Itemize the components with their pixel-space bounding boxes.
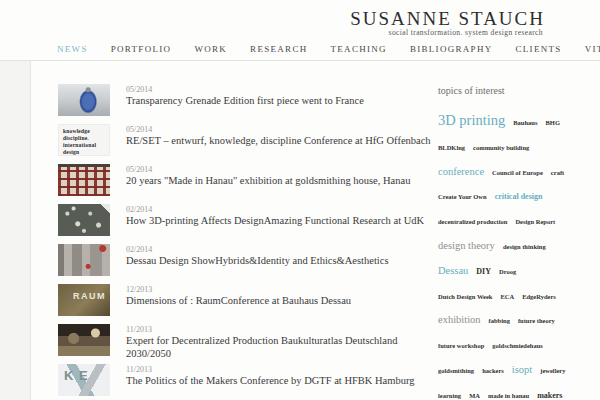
tag-diy[interactable]: DIY: [476, 267, 491, 276]
tag-exhibition[interactable]: exhibition: [438, 314, 481, 325]
tag-learning[interactable]: learning: [438, 392, 461, 399]
tag-craft[interactable]: craft: [551, 169, 564, 176]
news-text: 11/2013The Politics of the Makers Confer…: [126, 364, 433, 396]
site-header: SUSANNE STAUCH social transformation. sy…: [0, 0, 600, 61]
tag-isopt[interactable]: isopt: [512, 364, 532, 375]
news-thumbnail-raum[interactable]: RAUM: [58, 284, 110, 316]
news-thumbnail-meeting[interactable]: [58, 324, 110, 356]
tag-cloud: 3D printing Bauhaus BHG BLDKlng communit…: [438, 108, 570, 400]
nav-item-portfolio[interactable]: PORTFOLIO: [111, 44, 172, 54]
news-item: 02/2014How 3D-printing Affects DesignAma…: [58, 204, 433, 236]
nav-item-teaching[interactable]: TEACHING: [331, 44, 387, 54]
tag-makers[interactable]: makers: [537, 391, 562, 400]
tag-conference[interactable]: conference: [438, 166, 484, 177]
tag-bldklng[interactable]: BLDKlng: [438, 144, 465, 151]
tag-goldsmithing[interactable]: goldsmithing: [438, 367, 474, 374]
news-item: 02/2014Dessau Design ShowHybrids&Identit…: [58, 244, 433, 276]
news-text: 02/2014How 3D-printing Affects DesignAma…: [126, 204, 433, 236]
news-date: 05/2014: [126, 85, 433, 94]
news-title-link[interactable]: How 3D-printing Affects DesignAmazing Fu…: [126, 214, 433, 227]
news-item: RAUM12/2013Dimensions of : RaumConferenc…: [58, 284, 433, 316]
news-text: 02/2014Dessau Design ShowHybrids&Identit…: [126, 244, 433, 276]
news-title-link[interactable]: Dessau Design ShowHybrids&Identity and E…: [126, 254, 433, 267]
tag-bauhaus[interactable]: Bauhaus: [513, 119, 537, 126]
tag-dutch-design-week[interactable]: Dutch Design Week: [438, 293, 492, 300]
tag-future-workshop[interactable]: future workshop: [438, 342, 484, 349]
site-tagline: social transformation. system design res…: [389, 28, 543, 37]
news-item: K E11/2013The Politics of the Makers Con…: [58, 364, 433, 396]
news-item: 05/201420 years "Made in Hanau" exhibiti…: [58, 164, 433, 196]
tag-made-in-hanau[interactable]: made in hanau: [488, 392, 529, 399]
tag-community-building[interactable]: community building: [473, 144, 529, 151]
site-title[interactable]: SUSANNE STAUCH: [350, 8, 545, 30]
nav-item-work[interactable]: WORK: [194, 44, 227, 54]
nav-item-bibliography[interactable]: BIBLIOGRAPHY: [410, 44, 493, 54]
topics-sidebar: topics of interest 3D printing Bauhaus B…: [438, 85, 570, 400]
tag-fabbing[interactable]: fabbing: [489, 317, 510, 324]
thumbnail-text: K E: [58, 364, 110, 383]
tag-decentralized-production[interactable]: decentralized production: [438, 218, 507, 225]
news-thumbnail-show[interactable]: [58, 244, 110, 276]
news-thumbnail-grenade[interactable]: [58, 84, 110, 116]
news-thumbnail-udk[interactable]: [58, 204, 110, 236]
tag-critical-design[interactable]: critical design: [495, 192, 543, 201]
news-date: 02/2014: [126, 205, 433, 214]
news-title-link[interactable]: 20 years "Made in Hanau" exhibition at g…: [126, 174, 433, 187]
nav-item-clients[interactable]: CLIENTS: [516, 44, 562, 54]
tag-bhg[interactable]: BHG: [545, 119, 559, 126]
tag-design-thinking[interactable]: design thinking: [503, 243, 546, 250]
news-title-link[interactable]: RE/SET – entwurf, knowledge, discipline …: [126, 134, 433, 147]
news-date: 12/2013: [126, 285, 433, 294]
tag-droog[interactable]: Droog: [499, 268, 516, 275]
tag-design-theory[interactable]: design theory: [438, 240, 495, 251]
tag-edgeryders[interactable]: EdgeRyders: [522, 293, 556, 300]
content-area: 05/2014Transparency Grenade Edition firs…: [30, 61, 600, 400]
tag-design-report[interactable]: Design Report: [515, 218, 555, 225]
news-date: 11/2013: [126, 365, 433, 374]
news-text: 05/2014Transparency Grenade Edition firs…: [126, 84, 433, 116]
nav-item-vita[interactable]: VITA: [585, 44, 600, 54]
news-date: 11/2013: [126, 325, 433, 334]
tag-eca[interactable]: ECA: [500, 293, 514, 300]
news-item: knowledge discipline. international desi…: [58, 124, 433, 156]
news-title-link[interactable]: Dimensions of : RaumConference at Bauhau…: [126, 294, 433, 307]
news-thumbnail-makers[interactable]: K E: [58, 364, 110, 396]
news-text: 05/2014RE/SET – entwurf, knowledge, disc…: [126, 124, 433, 156]
news-list: 05/2014Transparency Grenade Edition firs…: [58, 84, 433, 400]
news-thumbnail-hanau[interactable]: [58, 164, 110, 196]
tag-jewellery[interactable]: jewellery: [540, 367, 565, 374]
thumbnail-text: RAUM: [58, 284, 110, 301]
tag-create-your-own[interactable]: Create Your Own: [438, 193, 487, 200]
tag-hackers[interactable]: hackers: [482, 367, 504, 374]
sidebar-heading: topics of interest: [438, 85, 570, 96]
news-text: 11/2013Expert for Decentralized Producti…: [126, 324, 433, 356]
tag-council-of-europe[interactable]: Council of Europe: [492, 169, 543, 176]
main-nav: NEWSPORTFOLIOWORKRESEARCHTEACHINGBIBLIOG…: [57, 44, 600, 54]
news-thumbnail-knowledge[interactable]: knowledge discipline. international desi…: [58, 124, 110, 156]
news-date: 05/2014: [126, 165, 433, 174]
news-item: 11/2013Expert for Decentralized Producti…: [58, 324, 433, 356]
tag-dessau[interactable]: Dessau: [438, 265, 468, 276]
tag-ma[interactable]: MA: [469, 392, 480, 399]
news-title-link[interactable]: Transparency Grenade Edition first piece…: [126, 94, 433, 107]
tag-3d-printing[interactable]: 3D printing: [438, 112, 505, 128]
nav-item-research[interactable]: RESEARCH: [250, 44, 307, 54]
tag-goldschmiedehaus[interactable]: goldschmiedehaus: [492, 342, 543, 349]
news-text: 12/2013Dimensions of : RaumConference at…: [126, 284, 433, 316]
news-date: 02/2014: [126, 245, 433, 254]
thumbnail-text: knowledge discipline. international desi…: [59, 125, 109, 156]
news-title-link[interactable]: The Politics of the Makers Conference by…: [126, 374, 433, 387]
nav-item-news[interactable]: NEWS: [57, 44, 88, 54]
tag-future-theory[interactable]: future theory: [518, 317, 555, 324]
news-item: 05/2014Transparency Grenade Edition firs…: [58, 84, 433, 116]
news-date: 05/2014: [126, 125, 433, 134]
news-title-link[interactable]: Expert for Decentralized Production Bauk…: [126, 334, 433, 360]
news-text: 05/201420 years "Made in Hanau" exhibiti…: [126, 164, 433, 196]
